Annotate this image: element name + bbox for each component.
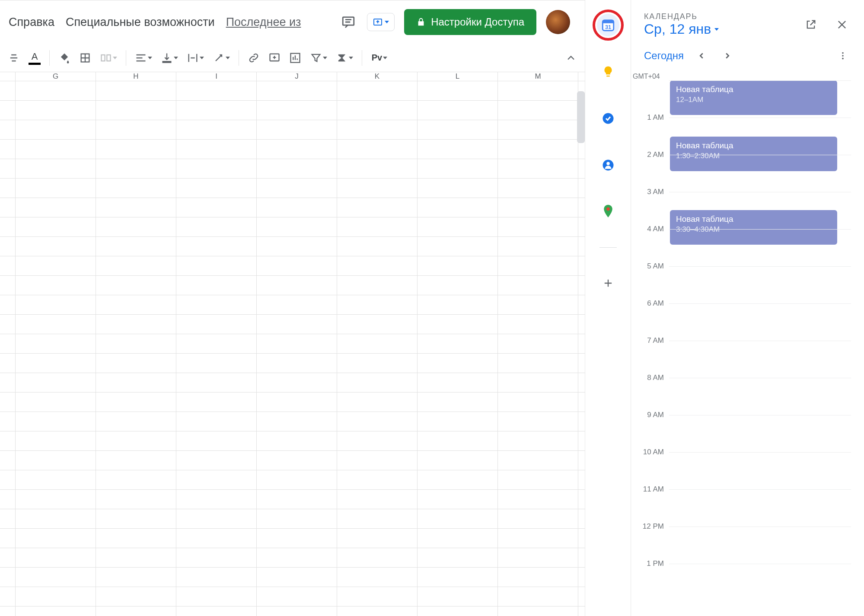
borders-button[interactable]	[76, 48, 95, 67]
input-tools-button[interactable]: Pv	[367, 48, 392, 67]
grid-cell[interactable]	[176, 373, 257, 392]
grid-cell[interactable]	[418, 529, 498, 548]
grid-cell[interactable]	[96, 101, 176, 120]
grid-cell[interactable]	[418, 120, 498, 139]
grid-cell[interactable]	[498, 354, 578, 373]
grid-cell[interactable]	[498, 256, 578, 275]
grid-cell[interactable]	[498, 568, 578, 587]
open-external-icon[interactable]	[802, 16, 820, 34]
grid-cell[interactable]	[176, 548, 257, 567]
hour-slot[interactable]: 2 AM	[631, 155, 851, 192]
grid-cell[interactable]	[498, 490, 578, 509]
grid-cell[interactable]	[498, 334, 578, 353]
column-header[interactable]	[0, 72, 16, 81]
filter-button[interactable]	[306, 48, 331, 67]
grid-cell[interactable]	[418, 470, 498, 489]
hour-slot[interactable]: 6 AM	[631, 303, 851, 341]
grid-cell[interactable]	[498, 101, 578, 120]
grid-cell[interactable]	[0, 606, 16, 616]
grid-cell[interactable]	[176, 529, 257, 548]
text-color-button[interactable]: A	[25, 48, 44, 67]
grid-cell[interactable]	[337, 179, 418, 198]
menu-last-changes[interactable]: Последнее из	[226, 16, 301, 29]
grid-cell[interactable]	[96, 237, 176, 256]
grid-cell[interactable]	[16, 159, 96, 178]
grid-cell[interactable]	[337, 568, 418, 587]
grid-cell[interactable]	[16, 568, 96, 587]
grid-cell[interactable]	[418, 101, 498, 120]
grid-cell[interactable]	[96, 198, 176, 217]
sidepanel-calendar-icon[interactable]: 31	[597, 14, 619, 36]
grid-cell[interactable]	[0, 198, 16, 217]
grid-cell[interactable]	[257, 548, 337, 567]
grid-cell[interactable]	[418, 179, 498, 198]
grid-cell[interactable]	[16, 295, 96, 314]
grid-cell[interactable]	[96, 529, 176, 548]
grid-cell[interactable]	[16, 490, 96, 509]
grid-cell[interactable]	[176, 509, 257, 528]
text-rotation-button[interactable]	[209, 48, 233, 67]
strikethrough-button[interactable]	[4, 48, 23, 67]
column-header[interactable]: J	[257, 72, 337, 81]
grid-cell[interactable]	[257, 412, 337, 431]
grid-cell[interactable]	[176, 179, 257, 198]
present-dropdown[interactable]	[367, 13, 395, 31]
grid-cell[interactable]	[418, 81, 498, 100]
grid-cell[interactable]	[0, 237, 16, 256]
grid-cell[interactable]	[96, 217, 176, 236]
grid-cell[interactable]	[337, 295, 418, 314]
grid-cell[interactable]	[176, 120, 257, 139]
sidepanel-contacts-icon[interactable]	[597, 154, 619, 176]
grid-cell[interactable]	[0, 354, 16, 373]
hour-slot[interactable]: 12 PM	[631, 527, 851, 564]
insert-chart-button[interactable]	[286, 48, 305, 67]
grid-cell[interactable]	[16, 334, 96, 353]
grid-cell[interactable]	[418, 140, 498, 159]
grid-cell[interactable]	[418, 315, 498, 334]
grid-cell[interactable]	[498, 237, 578, 256]
grid-cell[interactable]	[257, 217, 337, 236]
grid-cell[interactable]	[257, 295, 337, 314]
grid-cell[interactable]	[498, 179, 578, 198]
grid-cell[interactable]	[16, 101, 96, 120]
grid-cell[interactable]	[0, 256, 16, 275]
horizontal-align-button[interactable]	[131, 48, 156, 67]
hour-slot[interactable]: 11 AM	[631, 489, 851, 527]
grid-cell[interactable]	[0, 120, 16, 139]
grid-cell[interactable]	[176, 295, 257, 314]
hour-slot[interactable]: 7 AM	[631, 341, 851, 378]
grid-cell[interactable]	[257, 198, 337, 217]
grid-cell[interactable]	[337, 509, 418, 528]
hour-slot[interactable]: 8 AM	[631, 378, 851, 415]
grid-cell[interactable]	[16, 354, 96, 373]
grid-cell[interactable]	[16, 529, 96, 548]
grid-cell[interactable]	[96, 159, 176, 178]
grid-cell[interactable]	[418, 295, 498, 314]
grid-cell[interactable]	[337, 606, 418, 616]
grid-cell[interactable]	[337, 470, 418, 489]
grid-cell[interactable]	[418, 490, 498, 509]
grid-cell[interactable]	[16, 431, 96, 450]
grid-cell[interactable]	[418, 237, 498, 256]
grid-cell[interactable]	[418, 198, 498, 217]
grid-cell[interactable]	[498, 120, 578, 139]
grid-cell[interactable]	[16, 451, 96, 470]
grid-cell[interactable]	[0, 568, 16, 587]
grid-cell[interactable]	[257, 451, 337, 470]
grid-cell[interactable]	[176, 140, 257, 159]
calendar-date-picker[interactable]: Ср, 12 янв	[644, 21, 719, 37]
grid-cell[interactable]	[418, 548, 498, 567]
grid-cell[interactable]	[337, 120, 418, 139]
grid-cell[interactable]	[498, 431, 578, 450]
grid-cell[interactable]	[418, 412, 498, 431]
grid-cell[interactable]	[418, 568, 498, 587]
grid-cell[interactable]	[96, 354, 176, 373]
grid-cell[interactable]	[0, 451, 16, 470]
grid-cell[interactable]	[96, 393, 176, 412]
grid-cell[interactable]	[498, 451, 578, 470]
grid-cell[interactable]	[498, 198, 578, 217]
grid-cell[interactable]	[498, 393, 578, 412]
column-header[interactable]: G	[16, 72, 96, 81]
grid-cell[interactable]	[418, 159, 498, 178]
menu-help[interactable]: Справка	[9, 16, 54, 29]
